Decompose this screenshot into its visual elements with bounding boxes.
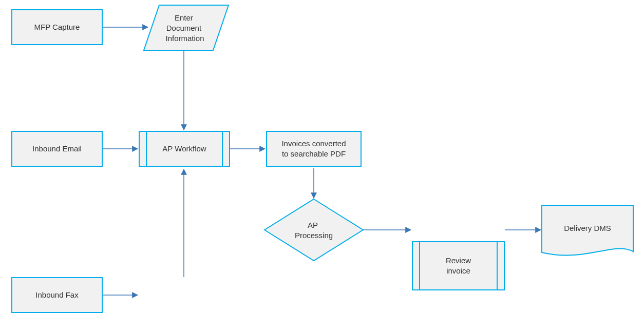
node-ap-workflow: AP Workflow: [139, 131, 230, 167]
label-inbound-fax: Inbound Fax: [35, 290, 78, 300]
node-inbound-email: Inbound Email: [11, 131, 103, 167]
node-mfp-capture: MFP Capture: [11, 9, 103, 45]
flowchart-canvas: Enter Document Information AP Processing…: [0, 0, 644, 332]
label-enter-doc-info: Enter Document Information: [165, 13, 204, 43]
label-mfp-capture: MFP Capture: [34, 22, 80, 32]
node-delivery-dms-shape: [542, 205, 633, 256]
node-ap-processing-shape: [264, 199, 363, 261]
node-review-invoice: Review invoice: [412, 241, 505, 290]
label-invoices-pdf: Invoices converted to searchable PDF: [281, 139, 346, 160]
label-review-invoice: Review invoice: [446, 256, 471, 277]
node-inbound-fax: Inbound Fax: [11, 277, 103, 313]
label-ap-processing: AP Processing: [295, 221, 333, 240]
node-invoices-pdf: Invoices converted to searchable PDF: [266, 131, 362, 167]
label-inbound-email: Inbound Email: [32, 144, 82, 154]
label-delivery-dms: Delivery DMS: [564, 224, 611, 232]
node-enter-doc-info-shape: [144, 5, 229, 50]
label-ap-workflow: AP Workflow: [162, 144, 206, 154]
